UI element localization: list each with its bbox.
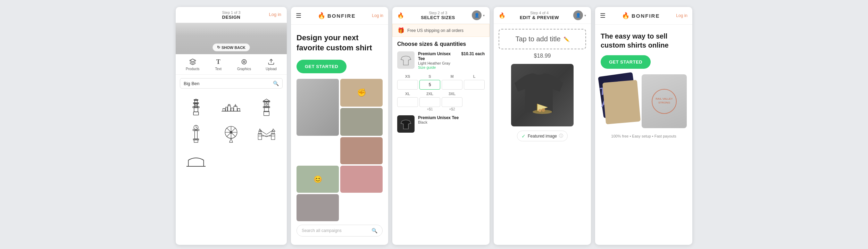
products-icon — [189, 58, 197, 66]
step-info-3: Step 2 of 3 SELECT SIZES — [421, 11, 455, 20]
svg-point-61 — [539, 109, 541, 112]
chevron-down-icon-3: ▾ — [483, 14, 485, 17]
search-input[interactable] — [184, 81, 271, 86]
screens-container: Step 1 of 3 DESIGN Log in ↻ SHOW BACK Pr… — [176, 7, 692, 245]
login-link-2[interactable]: Log in — [372, 13, 383, 18]
screen5-header: ☰ 🔥 BONFIRE Log in — [595, 7, 692, 25]
size-input-m[interactable] — [442, 80, 462, 90]
size-input-row2: +$1 +$2 — [397, 97, 485, 111]
product-thumb-1 — [397, 51, 415, 69]
graphics-icon — [240, 58, 248, 66]
photo-shirt-stack — [602, 80, 641, 124]
graphic-clock-monument[interactable] — [180, 122, 212, 146]
svg-rect-16 — [231, 108, 233, 111]
shipping-text: Free US shipping on all orders — [407, 28, 464, 33]
upload-label: Upload — [266, 67, 277, 71]
size-input-s[interactable] — [419, 80, 440, 90]
get-started-button-5[interactable]: GET STARTED — [601, 55, 651, 69]
svg-line-44 — [231, 138, 233, 142]
graphic-clock-tower[interactable] — [250, 95, 283, 119]
graphic-arch[interactable] — [180, 149, 212, 173]
size-input-3xl[interactable] — [442, 97, 462, 107]
graphics-label: Graphics — [237, 67, 251, 71]
size-input-2xl[interactable] — [419, 97, 440, 107]
price-display: $18.99 — [499, 53, 586, 59]
step-title-4: EDIT & PREVIEW — [520, 15, 559, 20]
size-input-l[interactable] — [464, 80, 485, 90]
search-campaigns-bar[interactable]: Search all campaigns 🔍 — [297, 225, 383, 236]
collage-grid: ✊ 😊 — [297, 79, 383, 221]
svg-line-55 — [266, 135, 271, 137]
tool-products[interactable]: Products — [186, 58, 199, 71]
svg-point-10 — [195, 103, 197, 106]
login-link-5[interactable]: Log in — [676, 13, 687, 18]
graphic-london-eye[interactable] — [215, 122, 247, 146]
shipping-banner: 🎁 Free US shipping on all orders — [392, 24, 490, 37]
screen-landing: ☰ 🔥 BONFIRE Log in Design your next favo… — [291, 7, 388, 245]
screen4-body: Tap to add title ✏️ $18.99 — [494, 24, 591, 146]
login-button-1[interactable]: Log in — [269, 12, 281, 17]
graphic-london-skyline[interactable] — [215, 95, 247, 119]
svg-line-36 — [196, 127, 198, 128]
screen4-header: 🔥 Step 4 of 4 EDIT & PREVIEW 👤 ▾ — [494, 7, 591, 24]
check-icon: ✓ — [521, 133, 526, 139]
screen-edit-preview: 🔥 Step 4 of 4 EDIT & PREVIEW 👤 ▾ Tap to … — [494, 7, 591, 245]
upload-icon — [267, 58, 275, 66]
size-blank-label — [464, 92, 485, 96]
svg-line-29 — [266, 104, 267, 105]
search-icon: 🔍 — [273, 81, 279, 86]
collage-image-5: 😊 — [297, 166, 339, 193]
surcharge-3xl: +$2 — [449, 107, 455, 111]
size-input-xs[interactable] — [397, 80, 418, 90]
hamburger-icon[interactable]: ☰ — [296, 12, 301, 19]
hamburger-icon-5[interactable]: ☰ — [600, 12, 606, 19]
screen2-body: Design your next favorite custom shirt G… — [291, 25, 388, 245]
text-icon: T — [214, 58, 223, 66]
size-header-row1: XS S M L — [397, 74, 485, 78]
size-header-row2: XL 2XL 3XL — [397, 92, 485, 96]
svg-rect-47 — [271, 133, 275, 139]
search-campaigns-placeholder: Search all campaigns — [302, 228, 369, 233]
product-variant-2: Black — [418, 120, 485, 124]
flame-icon: 🔥 — [318, 12, 325, 19]
sweatshirt-preview — [499, 64, 586, 126]
tool-graphics[interactable]: Graphics — [237, 58, 251, 71]
search-campaigns-icon: 🔍 — [372, 228, 377, 233]
svg-rect-17 — [234, 106, 237, 111]
product-name-2: Premium Unisex Tee — [418, 115, 485, 120]
avatar-wrap-4[interactable]: 👤 ▾ — [573, 10, 586, 20]
get-started-button-2[interactable]: GET STARTED — [297, 60, 347, 73]
graphics-grid — [176, 92, 287, 176]
collage-image-4 — [340, 137, 383, 164]
svg-rect-20 — [238, 108, 240, 111]
graphic-big-ben[interactable] — [180, 95, 212, 119]
collage-image-3 — [340, 108, 383, 136]
screen3-header: 🔥 Step 2 of 3 SELECT SIZES 👤 ▾ — [392, 7, 490, 24]
avatar-wrap-3[interactable]: 👤 ▾ — [472, 10, 485, 20]
title-input-box[interactable]: Tap to add title ✏️ — [499, 29, 586, 49]
svg-point-1 — [243, 61, 245, 63]
product-variant-1: Light Heather Gray — [418, 61, 458, 65]
svg-line-43 — [229, 138, 231, 142]
svg-rect-46 — [258, 133, 261, 139]
tool-upload[interactable]: Upload — [266, 58, 277, 71]
size-input-xl[interactable] — [397, 97, 418, 107]
main-headline-2: Design your next favorite custom shirt — [297, 33, 383, 53]
products-label: Products — [186, 67, 199, 71]
collage-image-6 — [340, 166, 383, 193]
screen5-body: The easy way to sell custom shirts onlin… — [595, 25, 692, 145]
flame-icon-5: 🔥 — [622, 12, 629, 19]
graphic-tower-bridge[interactable] — [250, 122, 283, 146]
photo-main-shirt: RAIL VALLEY STRONG — [642, 74, 687, 128]
step-title-3: SELECT SIZES — [421, 15, 455, 20]
step-label-1: Step 1 of 3 — [181, 10, 281, 15]
bonfire-logo: 🔥 BONFIRE — [305, 12, 368, 19]
footer-text-5: 100% free • Easy setup • Fast payouts — [601, 134, 687, 138]
product-info-2: Premium Unisex Tee Black — [418, 115, 485, 124]
featured-label: Featured image — [528, 134, 557, 139]
svg-point-62 — [542, 108, 545, 112]
tool-text[interactable]: T Text — [214, 58, 223, 71]
show-back-button[interactable]: ↻ SHOW BACK — [212, 43, 250, 51]
size-guide-link[interactable]: Size guide — [418, 65, 458, 69]
collage-image-1 — [297, 79, 339, 136]
